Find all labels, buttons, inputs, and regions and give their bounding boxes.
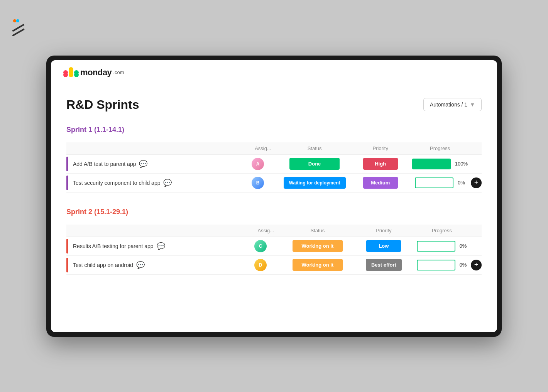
logo-icon	[63, 67, 79, 78]
sprint2-col-progress: Progress	[413, 225, 471, 237]
sprint1-task1-name: Add A/B test to parent app	[73, 161, 136, 167]
sprint1-task2-progress-cell: 0%	[409, 173, 471, 192]
sprint2-task1-status-cell[interactable]: Working on it	[280, 237, 355, 255]
sprint1-task1-avatar: A	[252, 158, 264, 170]
sprint1-table: Assig... Status Priority Progress	[66, 142, 482, 193]
sprint1-col-add	[471, 142, 482, 155]
sprint1-task1-priority-badge: High	[363, 158, 398, 170]
sprint2-add-column-button[interactable]: +	[471, 260, 482, 270]
sprint2-task2-indicator	[66, 258, 68, 272]
svg-rect-5	[74, 70, 79, 75]
page-header: R&D Sprints Automations / 1 ▼	[66, 98, 482, 112]
logo-area: monday.com	[63, 67, 485, 78]
sprint1-task1-name-wrapper: Add A/B test to parent app 💬	[66, 157, 249, 171]
sprint1-col-status: Status	[277, 142, 352, 155]
sprint2-task2-name-wrapper: Test child app on android 💬	[66, 258, 251, 272]
automations-label: Automations / 1	[430, 101, 467, 108]
sprint2-task1-progress-bar	[417, 241, 455, 252]
sprint2-task2-priority-badge: Best effort	[366, 259, 402, 271]
sprint1-task2-progress-bar	[415, 177, 453, 188]
sprint2-task1-priority-badge: Low	[366, 240, 401, 252]
sprint2-task1-indicator	[66, 239, 68, 253]
sprint1-add-col-2: +	[471, 173, 482, 192]
sprint2-task1-assign-cell: C	[251, 237, 280, 255]
sprint2-task1-name: Results A/B testing for parent app	[73, 243, 154, 249]
svg-rect-4	[69, 67, 73, 75]
sprint1-task1-assign-cell: A	[249, 154, 277, 173]
sprint2-task1-progress-cell: 0%	[413, 237, 471, 255]
sprint1-task-row-1: Add A/B test to parent app 💬 A Done	[66, 154, 482, 173]
app-header: monday.com	[51, 60, 497, 85]
sprint1-col-assign: Assig...	[249, 142, 277, 155]
sprint1-task2-assign-cell: B	[249, 173, 277, 192]
logo-suffix-text: .com	[113, 69, 124, 75]
sprint1-col-priority: Priority	[352, 142, 409, 155]
sprint2-task2-comment-icon[interactable]: 💬	[136, 261, 145, 269]
sprint2-task2-priority-cell[interactable]: Best effort	[355, 255, 413, 274]
sprint2-task1-avatar: C	[254, 240, 267, 252]
sprint2-title: Sprint 2 (15.1-29.1)	[66, 208, 128, 216]
sprint1-add-col-1	[471, 154, 482, 173]
logo-brand-text: monday	[80, 68, 112, 78]
sprint2-task2-avatar: D	[254, 259, 267, 271]
sprint2-task1-name-wrapper: Results A/B testing for parent app 💬	[66, 239, 251, 253]
sprint1-task2-avatar: B	[252, 177, 264, 189]
sprint1-task2-comment-icon[interactable]: 💬	[163, 179, 172, 187]
sprint2-task2-progress-bar	[417, 260, 455, 270]
app-window: monday.com R&D Sprints Automations / 1 ▼…	[51, 60, 497, 332]
sprint2-col-status: Status	[280, 225, 355, 237]
sprint2-col-assign: Assig...	[251, 225, 280, 237]
sprint2-col-add	[471, 225, 482, 237]
sprint2-task1-priority-cell[interactable]: Low	[355, 237, 413, 255]
sprint1-task1-priority-cell[interactable]: High	[352, 154, 409, 173]
sprint1-task2-status-cell[interactable]: Waiting for deployment	[277, 173, 352, 192]
sprint2-add-col-2: +	[471, 255, 482, 274]
sprint1-title: Sprint 1 (1.1-14.1)	[66, 126, 124, 134]
sprint2-col-name	[66, 225, 251, 237]
sprint1-col-progress: Progress	[409, 142, 471, 155]
page-title: R&D Sprints	[66, 98, 139, 112]
sprint1-task1-status-cell[interactable]: Done	[277, 154, 352, 173]
sprint2-task-row-1: Results A/B testing for parent app 💬 C W…	[66, 237, 482, 255]
sprint1-task2-name: Test security component to child app	[73, 180, 160, 186]
sprint1-task2-indicator	[66, 176, 68, 190]
sprint2-task2-progress-pct: 0%	[460, 262, 467, 268]
sprint1-task-row-2: Test security component to child app 💬 B…	[66, 173, 482, 192]
sprint1-task1-progress-bar	[412, 159, 451, 169]
sprint1-task2-status-badge: Waiting for deployment	[284, 177, 346, 189]
sprint2-task1-comment-icon[interactable]: 💬	[157, 242, 165, 250]
sprint2-task1-status-badge: Working on it	[293, 240, 343, 252]
sprint2-task2-progress-cell: 0%	[413, 255, 471, 274]
sprint1-task2-progress-pct: 0%	[458, 180, 465, 186]
sprint2-task2-status-badge: Working on it	[293, 259, 343, 271]
sprint1-add-column-button[interactable]: +	[471, 177, 482, 188]
sprint1-task2-name-wrapper: Test security component to child app 💬	[66, 176, 249, 190]
sprint1-task2-priority-cell[interactable]: Medium	[352, 173, 409, 192]
sprint1-task1-status-badge: Done	[289, 158, 340, 170]
sprint1-task1-comment-icon[interactable]: 💬	[139, 160, 147, 168]
sprint2-task-row-2: Test child app on android 💬 D Working on…	[66, 255, 482, 274]
device-frame: monday.com R&D Sprints Automations / 1 ▼…	[46, 56, 502, 337]
sprint2-table: Assig... Status Priority Progress	[66, 225, 482, 275]
chevron-down-icon: ▼	[470, 101, 475, 108]
sprint2-task1-progress-pct: 0%	[460, 243, 467, 249]
svg-rect-3	[63, 70, 68, 75]
sprint2-task2-status-cell[interactable]: Working on it	[280, 255, 355, 274]
sprint2-task2-name: Test child app on android	[73, 262, 133, 268]
sprint2-task2-assign-cell: D	[251, 255, 280, 274]
sprint1-section: Sprint 1 (1.1-14.1) Assig... Status Prio…	[66, 126, 482, 193]
main-content: R&D Sprints Automations / 1 ▼ Sprint 1 (…	[51, 85, 497, 332]
sprint1-col-name	[66, 142, 249, 155]
automations-button[interactable]: Automations / 1 ▼	[423, 98, 482, 111]
sprint1-task2-priority-badge: Medium	[363, 177, 398, 189]
sprint1-task1-progress-fill	[413, 159, 450, 169]
sprint2-section: Sprint 2 (15.1-29.1) Assig... Status Pri…	[66, 208, 482, 275]
sprint1-task1-progress-pct: 100%	[455, 161, 468, 167]
sprint1-task1-progress-cell: 100%	[409, 154, 471, 173]
sprint2-add-col-1	[471, 237, 482, 255]
sprint2-col-priority: Priority	[355, 225, 413, 237]
sprint1-task1-indicator	[66, 157, 68, 171]
